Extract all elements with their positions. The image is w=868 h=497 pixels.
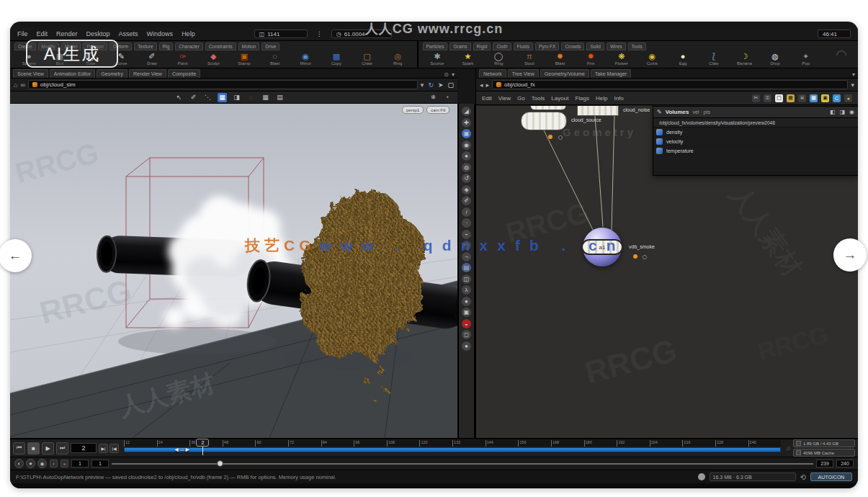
range-slider[interactable] bbox=[112, 460, 813, 468]
pane-pin-icon[interactable]: ▾ bbox=[452, 71, 455, 78]
range-start-field[interactable]: 1 bbox=[71, 460, 89, 467]
pane-tab[interactable]: Tree View bbox=[508, 69, 539, 78]
node-pill-top[interactable] bbox=[530, 106, 566, 110]
timeline[interactable]: 1224364860728496108120132144156168180192… bbox=[124, 440, 781, 456]
menu-item[interactable]: Info bbox=[614, 95, 623, 102]
shelf-tab[interactable]: Solid bbox=[586, 42, 604, 50]
menubar-field-1[interactable]: ◫ 1141 bbox=[254, 30, 308, 38]
viewport-tool-icon[interactable]: ◌ bbox=[246, 93, 256, 102]
carousel-next-button[interactable]: → bbox=[833, 238, 867, 272]
side-tool-icon[interactable]: ↺ bbox=[462, 174, 471, 183]
shelf-tab[interactable]: Pyro FX bbox=[535, 42, 559, 50]
shelf-tool[interactable]: ☽ Banana bbox=[730, 52, 759, 66]
shelf-tool[interactable]: π Stool bbox=[514, 52, 544, 66]
node-cloud-source[interactable] bbox=[521, 112, 567, 130]
panel-list-icon[interactable]: ◨ bbox=[839, 109, 845, 115]
side-tool-icon[interactable]: ◍ bbox=[462, 163, 471, 172]
pane-dot-icon[interactable]: ⊙ bbox=[444, 71, 449, 78]
network-toolbar-icon[interactable]: ▣ bbox=[821, 94, 829, 102]
network-toolbar-icon[interactable]: ⌸ bbox=[798, 94, 806, 102]
network-canvas[interactable]: Geometry RRCG RRCG 人人素材 RRCG cloud_sourc… bbox=[476, 106, 858, 438]
pathbar-icon[interactable]: ↻ bbox=[428, 81, 434, 89]
menu-item[interactable]: Windows bbox=[147, 30, 174, 37]
shelf-tab[interactable]: Wires bbox=[607, 42, 626, 50]
side-tool-icon[interactable]: ● bbox=[462, 297, 471, 306]
panel-row[interactable]: temperature bbox=[653, 146, 858, 156]
viewport-tool-icon[interactable]: ◔ bbox=[442, 93, 452, 102]
link-icon[interactable]: ∞ bbox=[20, 81, 24, 89]
range-slider-handle[interactable] bbox=[217, 460, 223, 467]
viewport-tool-icon[interactable]: ↖ bbox=[174, 93, 184, 102]
menu-item[interactable]: Help bbox=[596, 95, 607, 102]
menu-item[interactable]: File bbox=[17, 30, 28, 37]
shelf-tab[interactable]: Cloth bbox=[493, 42, 511, 50]
shelf-tool[interactable]: ❋ Flower bbox=[607, 52, 636, 66]
viewport-tool-icon[interactable]: ❄ bbox=[429, 93, 438, 102]
menubar-field-2[interactable]: ◷ 61.0004 bbox=[331, 30, 392, 38]
side-tool-icon[interactable]: ⌁ bbox=[462, 230, 471, 239]
frame-step-button[interactable]: ▶| bbox=[99, 444, 108, 453]
node-flag-display[interactable] bbox=[633, 254, 637, 259]
side-tool-icon[interactable]: ● bbox=[462, 341, 471, 351]
panel-filter-icon[interactable]: ◧ bbox=[830, 109, 836, 115]
menu-item[interactable]: Help bbox=[182, 30, 195, 37]
cached-range-bar[interactable] bbox=[124, 447, 781, 452]
pane-tab[interactable]: Network bbox=[479, 69, 506, 78]
shelf-tool[interactable]: ◉ Mirror bbox=[291, 52, 321, 66]
range-loop-button[interactable]: ∞ bbox=[61, 460, 68, 467]
shelf-tool[interactable]: ✑ Paint bbox=[168, 52, 197, 66]
pane-tab[interactable]: Geometry/Volume bbox=[540, 69, 589, 78]
side-tool-icon[interactable]: ◒ bbox=[462, 319, 471, 328]
current-frame-field[interactable]: 2 bbox=[71, 443, 97, 453]
network-toolbar-icon[interactable]: ● bbox=[844, 94, 852, 102]
shelf-tab[interactable]: Particles bbox=[423, 42, 448, 50]
scrub-handle[interactable]: ◄═► bbox=[173, 446, 190, 453]
side-tool-icon[interactable]: ✐ bbox=[462, 196, 471, 205]
viewport-tool-icon[interactable]: ⋱ bbox=[203, 93, 212, 102]
refresh-icon[interactable]: ⟲ bbox=[800, 473, 806, 481]
side-tool-icon[interactable]: ◢ bbox=[462, 107, 471, 116]
side-tool-icon[interactable]: ¬ bbox=[462, 252, 471, 261]
shelf-tab[interactable]: Fluids bbox=[514, 42, 533, 50]
shelf-tool[interactable]: ● Egg bbox=[668, 52, 698, 66]
shelf-tool[interactable]: ✱ Source bbox=[423, 52, 452, 66]
transport-button[interactable]: ⏮ bbox=[13, 442, 25, 455]
timeline-ruler[interactable]: 1224364860728496108120132144156168180192… bbox=[124, 440, 781, 447]
shelf-tool[interactable]: ◌ Blast bbox=[260, 52, 290, 66]
network-toolbar-icon[interactable]: C bbox=[833, 94, 841, 102]
cache-button[interactable]: 4096 MB Cache bbox=[793, 449, 855, 457]
shelf-tool[interactable]: ✐ Draw bbox=[138, 52, 167, 66]
frame-step-button[interactable]: |◀ bbox=[109, 444, 119, 453]
substep-field[interactable]: 1 bbox=[91, 460, 109, 467]
viewport-3d[interactable]: persp1cam F9 RRCG 人人素材 RRCG bbox=[10, 104, 457, 438]
menu-item[interactable]: Assets bbox=[119, 30, 138, 37]
dropdown-caret-icon[interactable]: ▾ bbox=[851, 81, 854, 89]
shelf-tab[interactable]: Motion bbox=[238, 42, 260, 50]
transport-button[interactable]: ▶ bbox=[42, 442, 54, 455]
shelf-tool[interactable]: ✸ Blast bbox=[545, 52, 575, 66]
shelf-tab[interactable]: Rig bbox=[159, 42, 174, 50]
shelf-tool[interactable]: ⟅ Claw bbox=[699, 52, 728, 66]
scene-path-field[interactable]: obj/cloud_sim bbox=[28, 80, 418, 89]
side-tool-icon[interactable]: ∙ bbox=[462, 218, 471, 228]
panel-row[interactable]: density bbox=[653, 127, 858, 137]
pane-tab[interactable]: Scene View bbox=[13, 69, 48, 78]
menu-item[interactable]: Render bbox=[56, 30, 78, 37]
viewport-tool-icon[interactable]: ✐ bbox=[189, 93, 198, 102]
playback-option-button[interactable]: ⏺ bbox=[26, 459, 35, 468]
playback-option-button[interactable]: ◐ bbox=[14, 459, 24, 468]
status-mode-button[interactable]: AUTO/CON bbox=[810, 473, 852, 481]
side-tool-icon[interactable]: ◉ bbox=[462, 140, 471, 150]
shelf-tab[interactable]: Grains bbox=[449, 42, 470, 50]
side-tool-icon[interactable]: λ bbox=[462, 285, 471, 295]
pane-tab[interactable]: Composite bbox=[168, 69, 200, 78]
menu-item[interactable]: Edit bbox=[482, 95, 492, 102]
network-toolbar-icon[interactable]: ▢ bbox=[775, 94, 783, 102]
menu-item[interactable]: View bbox=[498, 95, 511, 102]
side-tool-icon[interactable]: ◠ bbox=[462, 241, 471, 250]
transport-button[interactable]: ⏭ bbox=[56, 442, 68, 455]
home-icon[interactable]: ⌂ bbox=[14, 81, 17, 89]
node-flag-display[interactable] bbox=[548, 135, 552, 139]
menu-item[interactable]: Layout bbox=[551, 95, 568, 102]
playback-option-button[interactable]: ◉ bbox=[37, 459, 47, 468]
